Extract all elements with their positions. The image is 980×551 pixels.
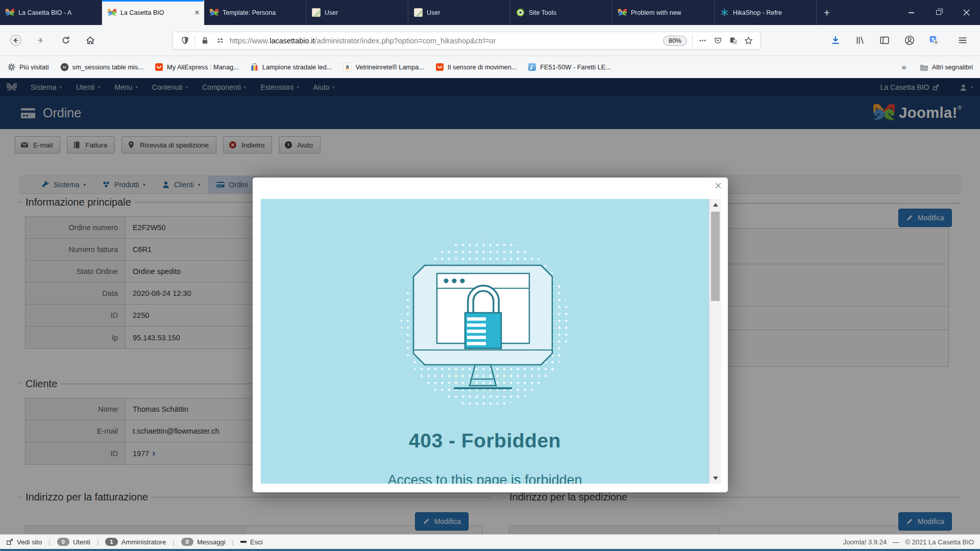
lock-icon[interactable] [197,34,212,47]
browser-tab-3[interactable]: Template: Persona [204,0,306,25]
reload-button[interactable] [57,32,75,49]
joomla-favicon [6,8,14,17]
blue-document-icon [528,63,536,71]
browser-tab-6[interactable]: Site Tools [510,0,612,25]
window-controls [897,0,980,25]
window-bottom-accent-strip [0,549,980,551]
translate-page-icon[interactable] [725,34,741,47]
joomla-favicon [618,8,627,17]
browser-tab-1[interactable]: La Casetta BIO - A [0,0,102,25]
users-count-badge: 0 [57,538,69,546]
browser-tab-bar: La Casetta BIO - A La Casetta BIO × Temp… [0,0,980,25]
account-button[interactable] [901,32,918,49]
pocket-icon[interactable] [710,34,725,47]
joomla-admin-page: Sistema▾ Utenti▾ Menu▾ Contenuti▾ Compon… [0,78,980,551]
joomla-favicon [210,8,218,17]
zoom-level-badge[interactable]: 80% [663,36,687,46]
minimize-button[interactable] [897,0,925,25]
image-thumbnail-favicon [414,8,423,17]
bookmarks-overflow-chevrons[interactable]: » [901,62,906,72]
restore-icon [936,10,941,15]
site-tools-favicon [516,8,525,17]
tab-title: HikaShop - Refre [733,9,812,16]
url-bar[interactable]: https://www.lacasettabio.it/administrato… [173,32,761,49]
admin-status-bar: Vedi sito | 0 Utenti | 1 Amministratore … [0,534,980,549]
library-button[interactable] [851,32,869,49]
url-scheme: https://www. [230,37,270,45]
tab-close-icon[interactable]: × [194,8,200,17]
bookmark-label: FE51-50W - Faretti LE... [540,63,611,71]
arrow-up-icon [713,203,718,207]
bookmarks-bar: Più visitati W sm_sessions table mis... … [0,56,980,78]
other-bookmarks-folder[interactable]: Altri segnalibri [920,63,973,71]
admins-status[interactable]: 1 Amministratore [105,538,166,546]
bookmark-lampione[interactable]: Lampione stradale led... [250,63,332,71]
bookmark-aliexpress[interactable]: My AliExpress : Manag... [155,63,239,71]
bookmark-piu-visitati[interactable]: Più visitati [7,63,49,71]
downloads-button[interactable] [827,32,844,49]
forbidden-frame: 403 - Forbidden Access to this page is f… [261,199,709,484]
tab-title: Template: Persona [223,9,302,16]
browser-tab-5[interactable]: User [408,0,510,25]
minimize-icon [909,12,914,13]
bookmark-star-icon[interactable] [741,34,756,47]
close-button[interactable] [952,0,980,25]
modal-close-icon[interactable]: × [715,180,722,192]
tracking-protection-shield-icon[interactable] [177,34,192,47]
bookmark-faretti[interactable]: FE51-50W - Faretti LE... [528,63,611,71]
logout-minus-icon [240,541,247,543]
messages-count-badge: 0 [181,538,193,546]
tab-title: Site Tools [529,9,608,16]
hikashop-favicon [720,8,729,17]
browser-toolbar: https://www.lacasettabio.it/administrato… [0,25,980,56]
forbidden-lock-illustration [385,230,584,421]
browser-tab-4[interactable]: User [306,0,408,25]
scroll-up-button[interactable] [709,199,722,210]
permissions-icon[interactable] [212,34,228,47]
svg-text:a: a [346,64,349,69]
bookmarks-right-group: » Altri segnalibri [901,62,973,72]
bookmark-label: Il sensore di movimen... [448,63,517,71]
browser-tab-2-active[interactable]: La Casetta BIO × [102,0,204,25]
forward-button[interactable] [32,32,49,49]
url-domain: lacasettabio.it [270,37,315,45]
bookmark-sm-sessions[interactable]: W sm_sessions table mis... [60,63,143,71]
sidebar-button[interactable] [876,32,893,49]
view-site-button[interactable]: Vedi sito [6,538,42,546]
logout-button[interactable]: Esci [240,538,263,546]
back-button[interactable] [7,32,24,49]
folder-icon [920,63,928,71]
scrollbar-thumb[interactable] [711,212,720,301]
bookmark-label: My AliExpress : Manag... [167,63,239,71]
bookmark-label: Vetrineinrete® Lampa... [355,63,424,71]
translate-extension-icon[interactable] [925,32,943,49]
divider: | [173,538,174,546]
bookmark-label: Lampione stradale led... [262,63,332,71]
aliexpress-icon [155,63,163,71]
bookmark-vetrineinrete[interactable]: a Vetrineinrete® Lampa... [343,63,424,71]
external-link-icon [6,538,13,545]
browser-tab-8[interactable]: HikaShop - Refre [715,0,817,25]
tab-title: User [427,9,506,16]
bookmark-label: Più visitati [19,63,49,71]
browser-tab-7[interactable]: Problem with new [612,0,715,25]
divider: | [48,538,50,546]
home-button[interactable] [82,32,99,49]
maximize-button[interactable] [925,0,952,25]
users-status[interactable]: 0 Utenti [57,538,90,546]
screen: La Casetta BIO - A La Casetta BIO × Temp… [0,0,980,551]
aliexpress-icon [435,63,444,71]
amazon-icon: a [343,63,352,71]
scroll-down-button[interactable] [709,472,722,484]
image-thumbnail-favicon [312,8,321,17]
menu-hamburger-button[interactable] [954,32,971,49]
new-tab-button[interactable]: + [817,0,837,25]
messages-status[interactable]: 0 Messaggi [181,538,226,546]
wordpress-icon: W [60,63,69,71]
url-text[interactable]: https://www.lacasettabio.it/administrato… [230,37,660,45]
bookmark-sensore[interactable]: Il sensore di movimen... [435,63,517,71]
page-actions-icon[interactable] [695,34,710,47]
gear-icon [7,63,16,71]
modal-scrollbar[interactable] [709,199,721,484]
arrow-down-icon [713,477,718,480]
